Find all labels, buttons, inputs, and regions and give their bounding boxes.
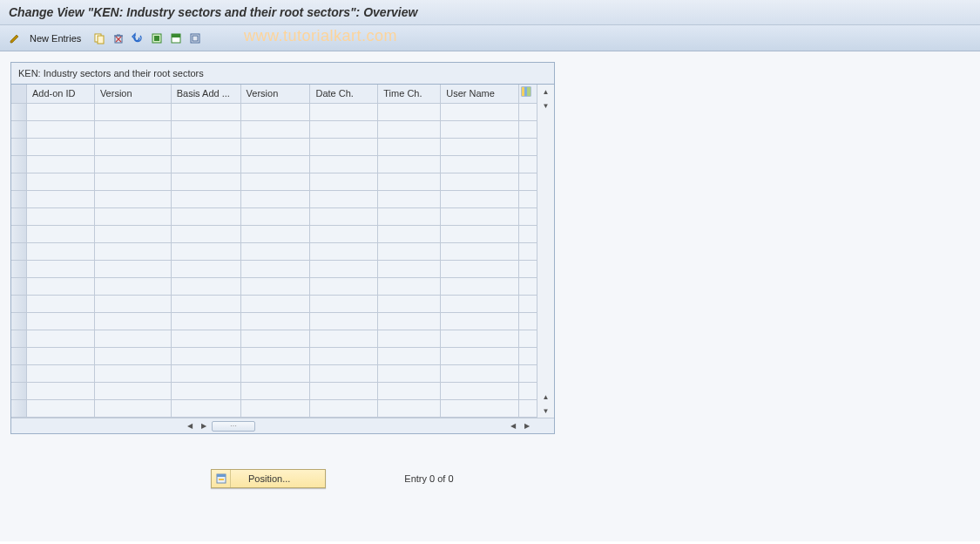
- table-cell[interactable]: [27, 208, 95, 226]
- table-cell[interactable]: [241, 383, 311, 400]
- table-row[interactable]: [27, 156, 537, 173]
- table-cell[interactable]: [310, 104, 378, 121]
- row-selector[interactable]: [11, 261, 27, 278]
- table-cell[interactable]: [378, 261, 441, 278]
- position-button[interactable]: Position...: [211, 469, 326, 488]
- table-cell[interactable]: [172, 348, 241, 365]
- col-header-user-name[interactable]: User Name: [441, 85, 519, 104]
- table-cell[interactable]: [27, 139, 95, 156]
- table-cell[interactable]: [95, 208, 172, 226]
- table-cell[interactable]: [95, 139, 172, 156]
- table-cell[interactable]: [95, 400, 172, 418]
- toggle-edit-icon[interactable]: [7, 31, 23, 46]
- table-cell[interactable]: [27, 243, 95, 261]
- row-selector[interactable]: [11, 139, 27, 156]
- table-cell[interactable]: [378, 226, 441, 243]
- col-header-addon-id[interactable]: Add-on ID: [27, 85, 95, 104]
- row-selector[interactable]: [11, 191, 27, 208]
- table-cell[interactable]: [378, 243, 441, 261]
- table-cell[interactable]: [310, 121, 378, 139]
- table-row[interactable]: [27, 278, 537, 296]
- table-cell[interactable]: [172, 278, 241, 296]
- select-block-icon[interactable]: [168, 31, 184, 46]
- table-cell[interactable]: [310, 365, 378, 383]
- table-cell[interactable]: [378, 139, 441, 156]
- table-cell[interactable]: [441, 348, 519, 365]
- scroll-down-arrow[interactable]: ▼: [537, 99, 554, 112]
- table-cell[interactable]: [241, 191, 311, 208]
- table-cell[interactable]: [441, 226, 519, 243]
- col-header-basis-add[interactable]: Basis Add ...: [172, 85, 241, 104]
- row-selector[interactable]: [11, 208, 27, 226]
- table-cell[interactable]: [310, 330, 378, 348]
- table-cell[interactable]: [241, 400, 311, 418]
- table-row[interactable]: [27, 330, 537, 348]
- hscroll-thumb[interactable]: ⋯: [212, 421, 255, 432]
- table-cell[interactable]: [441, 156, 519, 173]
- table-cell[interactable]: [172, 139, 241, 156]
- col-header-time-ch[interactable]: Time Ch.: [378, 85, 441, 104]
- table-cell[interactable]: [27, 104, 95, 121]
- table-cell[interactable]: [172, 365, 241, 383]
- table-cell[interactable]: [172, 400, 241, 418]
- table-cell[interactable]: [241, 330, 311, 348]
- table-cell[interactable]: [172, 104, 241, 121]
- table-cell[interactable]: [172, 296, 241, 313]
- table-cell[interactable]: [378, 296, 441, 313]
- table-cell[interactable]: [378, 278, 441, 296]
- table-cell[interactable]: [378, 330, 441, 348]
- table-cell[interactable]: [241, 173, 311, 191]
- scroll-track[interactable]: [537, 112, 554, 390]
- table-cell[interactable]: [27, 226, 95, 243]
- table-cell[interactable]: [241, 261, 311, 278]
- copy-icon[interactable]: [91, 31, 107, 46]
- row-selector[interactable]: [11, 348, 27, 365]
- row-selector[interactable]: [11, 278, 27, 296]
- table-cell[interactable]: [95, 365, 172, 383]
- table-cell[interactable]: [378, 191, 441, 208]
- table-cell[interactable]: [378, 348, 441, 365]
- hscroll-left-icon[interactable]: ◀: [184, 420, 196, 432]
- table-row[interactable]: [27, 139, 537, 156]
- table-cell[interactable]: [95, 330, 172, 348]
- delete-icon[interactable]: [111, 31, 126, 46]
- table-cell[interactable]: [27, 156, 95, 173]
- table-cell[interactable]: [95, 191, 172, 208]
- table-cell[interactable]: [310, 191, 378, 208]
- row-selector-header[interactable]: [11, 85, 27, 104]
- table-cell[interactable]: [27, 261, 95, 278]
- table-cell[interactable]: [27, 313, 95, 330]
- table-cell[interactable]: [241, 121, 311, 139]
- table-cell[interactable]: [441, 104, 519, 121]
- table-cell[interactable]: [95, 104, 172, 121]
- row-selector[interactable]: [11, 400, 27, 418]
- table-cell[interactable]: [172, 383, 241, 400]
- table-cell[interactable]: [441, 173, 519, 191]
- table-cell[interactable]: [172, 261, 241, 278]
- table-row[interactable]: [27, 365, 537, 383]
- hscroll-right-icon[interactable]: ▶: [198, 420, 210, 432]
- table-cell[interactable]: [441, 383, 519, 400]
- table-cell[interactable]: [310, 139, 378, 156]
- table-row[interactable]: [27, 261, 537, 278]
- table-row[interactable]: [27, 226, 537, 243]
- hscroll-left-icon-2[interactable]: ◀: [507, 420, 519, 432]
- table-cell[interactable]: [27, 330, 95, 348]
- row-selector[interactable]: [11, 365, 27, 383]
- table-cell[interactable]: [378, 156, 441, 173]
- table-cell[interactable]: [95, 278, 172, 296]
- table-cell[interactable]: [241, 226, 311, 243]
- table-cell[interactable]: [241, 156, 311, 173]
- table-cell[interactable]: [441, 208, 519, 226]
- table-cell[interactable]: [310, 383, 378, 400]
- table-cell[interactable]: [310, 400, 378, 418]
- table-cell[interactable]: [441, 365, 519, 383]
- table-row[interactable]: [27, 173, 537, 191]
- row-selector[interactable]: [11, 226, 27, 243]
- table-cell[interactable]: [441, 296, 519, 313]
- table-cell[interactable]: [95, 296, 172, 313]
- table-row[interactable]: [27, 104, 537, 121]
- table-cell[interactable]: [310, 261, 378, 278]
- table-cell[interactable]: [378, 121, 441, 139]
- row-selector[interactable]: [11, 104, 27, 121]
